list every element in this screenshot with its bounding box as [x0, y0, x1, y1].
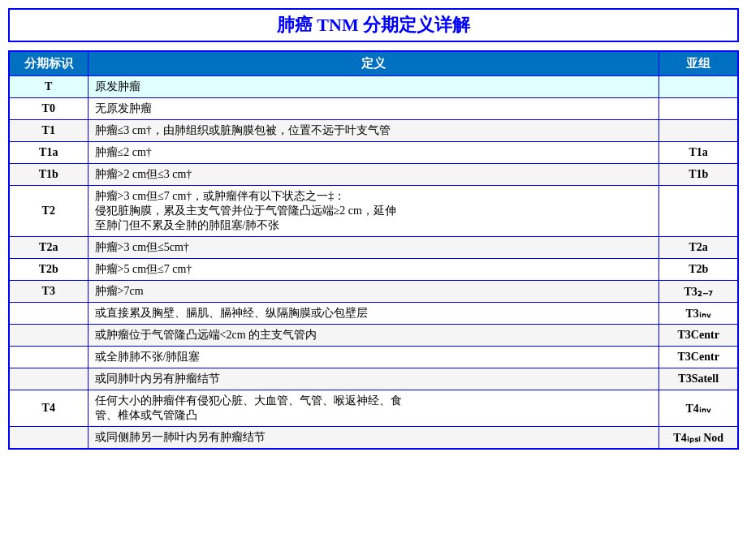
subgroup-cell: T3Centr — [659, 347, 738, 368]
stage-cell: T4 — [9, 390, 88, 427]
table-row: 或肿瘤位于气管隆凸远端<2cm 的主支气管内T3Centr — [9, 325, 738, 347]
definition-cell: 或同侧肺另一肺叶内另有肿瘤结节 — [88, 427, 659, 450]
definition-cell: 任何大小的肿瘤伴有侵犯心脏、大血管、气管、喉返神经、食管、椎体或气管隆凸 — [88, 390, 659, 427]
table-row: 或同侧肺另一肺叶内另有肿瘤结节T4ᵢₚₛᵢ Nod — [9, 427, 738, 450]
subgroup-cell: T4ᵢₙᵥ — [659, 390, 738, 427]
definition-cell: 肿瘤>7cm — [88, 281, 659, 303]
definition-cell: 无原发肿瘤 — [88, 98, 659, 120]
tnm-table: 分期标识 定义 亚组 T原发肿瘤T0无原发肿瘤T1肿瘤≤3 cm†，由肺组织或脏… — [8, 50, 739, 450]
stage-cell: T1a — [9, 142, 88, 164]
table-row: T4任何大小的肿瘤伴有侵犯心脏、大血管、气管、喉返神经、食管、椎体或气管隆凸T4… — [9, 390, 738, 427]
table-header-row: 分期标识 定义 亚组 — [9, 51, 738, 76]
table-row: 或全肺肺不张/肺阻塞T3Centr — [9, 347, 738, 368]
subgroup-cell: T2b — [659, 259, 738, 281]
stage-cell: T — [9, 76, 88, 98]
subgroup-cell: T3₂₋₇ — [659, 281, 738, 303]
table-row: 或同肺叶内另有肿瘤结节T3Satell — [9, 368, 738, 390]
definition-cell: 或直接累及胸壁、膈肌、膈神经、纵隔胸膜或心包壁层 — [88, 303, 659, 325]
stage-cell: T1b — [9, 164, 88, 186]
subgroup-cell — [659, 98, 738, 120]
page-title: 肺癌 TNM 分期定义详解 — [8, 8, 739, 42]
table-row: T2a肿瘤>3 cm但≤5cm†T2a — [9, 237, 738, 259]
stage-cell — [9, 427, 88, 450]
definition-cell: 肿瘤>3 cm但≤5cm† — [88, 237, 659, 259]
table-row: 或直接累及胸壁、膈肌、膈神经、纵隔胸膜或心包壁层T3ᵢₙᵥ — [9, 303, 738, 325]
table-row: T2肿瘤>3 cm但≤7 cm†，或肿瘤伴有以下状态之一‡：侵犯脏胸膜，累及主支… — [9, 186, 738, 237]
subgroup-cell: T2a — [659, 237, 738, 259]
stage-cell — [9, 303, 88, 325]
subgroup-cell — [659, 120, 738, 142]
table-row: T2b肿瘤>5 cm但≤7 cm†T2b — [9, 259, 738, 281]
stage-cell — [9, 347, 88, 368]
definition-cell: 或肿瘤位于气管隆凸远端<2cm 的主支气管内 — [88, 325, 659, 347]
subgroup-cell: T3Satell — [659, 368, 738, 390]
col-header-stage: 分期标识 — [9, 51, 88, 76]
stage-cell: T2b — [9, 259, 88, 281]
table-row: T3肿瘤>7cmT3₂₋₇ — [9, 281, 738, 303]
definition-cell: 原发肿瘤 — [88, 76, 659, 98]
table-row: T0无原发肿瘤 — [9, 98, 738, 120]
definition-cell: 或全肺肺不张/肺阻塞 — [88, 347, 659, 368]
definition-cell: 肿瘤≤2 cm† — [88, 142, 659, 164]
table-row: T1a肿瘤≤2 cm†T1a — [9, 142, 738, 164]
definition-cell: 肿瘤>3 cm但≤7 cm†，或肿瘤伴有以下状态之一‡：侵犯脏胸膜，累及主支气管… — [88, 186, 659, 237]
stage-cell: T2a — [9, 237, 88, 259]
col-header-subgroup: 亚组 — [659, 51, 738, 76]
definition-cell: 肿瘤>2 cm但≤3 cm† — [88, 164, 659, 186]
stage-cell: T1 — [9, 120, 88, 142]
subgroup-cell: T3Centr — [659, 325, 738, 347]
table-row: T1肿瘤≤3 cm†，由肺组织或脏胸膜包被，位置不远于叶支气管 — [9, 120, 738, 142]
subgroup-cell: T1b — [659, 164, 738, 186]
table-row: T1b肿瘤>2 cm但≤3 cm†T1b — [9, 164, 738, 186]
subgroup-cell — [659, 186, 738, 237]
definition-cell: 或同肺叶内另有肿瘤结节 — [88, 368, 659, 390]
definition-cell: 肿瘤≤3 cm†，由肺组织或脏胸膜包被，位置不远于叶支气管 — [88, 120, 659, 142]
subgroup-cell: T4ᵢₚₛᵢ Nod — [659, 427, 738, 450]
definition-cell: 肿瘤>5 cm但≤7 cm† — [88, 259, 659, 281]
subgroup-cell: T3ᵢₙᵥ — [659, 303, 738, 325]
stage-cell: T0 — [9, 98, 88, 120]
stage-cell — [9, 368, 88, 390]
stage-cell: T3 — [9, 281, 88, 303]
subgroup-cell: T1a — [659, 142, 738, 164]
stage-cell: T2 — [9, 186, 88, 237]
subgroup-cell — [659, 76, 738, 98]
col-header-definition: 定义 — [88, 51, 659, 76]
stage-cell — [9, 325, 88, 347]
table-row: T原发肿瘤 — [9, 76, 738, 98]
